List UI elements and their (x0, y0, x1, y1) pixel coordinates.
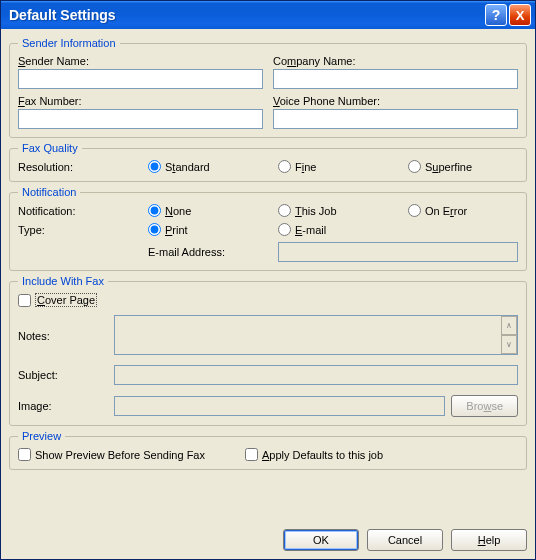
notification-none-label[interactable]: None (165, 205, 191, 217)
notification-thisjob-label[interactable]: This Job (295, 205, 337, 217)
notification-legend: Notification (18, 186, 80, 198)
show-preview-label[interactable]: Show Preview Before Sending Fax (35, 449, 205, 461)
type-label: Type: (18, 224, 148, 236)
dialog-window: Default Settings ? X Sender Information … (0, 0, 536, 560)
cover-page-checkbox[interactable] (18, 294, 31, 307)
notes-scrollbar[interactable]: ∧ ∨ (501, 316, 517, 354)
subject-label: Subject: (18, 369, 108, 381)
type-email-label[interactable]: E-mail (295, 224, 326, 236)
include-legend: Include With Fax (18, 275, 108, 287)
email-address-label: E-mail Address: (148, 246, 278, 258)
resolution-standard-radio[interactable] (148, 160, 161, 173)
notification-group: Notification Notification: None This Job… (9, 186, 527, 271)
image-label: Image: (18, 400, 108, 412)
cancel-button[interactable]: Cancel (367, 529, 443, 551)
notification-none-radio[interactable] (148, 204, 161, 217)
notification-label: Notification: (18, 205, 148, 217)
fax-quality-group: Fax Quality Resolution: Standard Fine Su… (9, 142, 527, 182)
scroll-up-icon[interactable]: ∧ (501, 316, 517, 335)
titlebar: Default Settings ? X (1, 1, 535, 29)
subject-input[interactable] (114, 365, 518, 385)
preview-legend: Preview (18, 430, 65, 442)
scroll-down-icon[interactable]: ∨ (501, 335, 517, 354)
show-preview-checkbox[interactable] (18, 448, 31, 461)
company-name-input[interactable] (273, 69, 518, 89)
image-input[interactable] (114, 396, 445, 416)
resolution-fine-label[interactable]: Fine (295, 161, 316, 173)
window-title: Default Settings (9, 7, 483, 23)
type-print-label[interactable]: Print (165, 224, 188, 236)
preview-group: Preview Show Preview Before Sending Fax … (9, 430, 527, 470)
company-name-label: Company Name: (273, 55, 518, 67)
apply-defaults-label[interactable]: Apply Defaults to this job (262, 449, 383, 461)
voice-phone-label: Voice Phone Number: (273, 95, 518, 107)
notification-thisjob-radio[interactable] (278, 204, 291, 217)
sender-information-group: Sender Information Sender Name: Company … (9, 37, 527, 138)
cover-page-label[interactable]: Cover Page (35, 293, 97, 307)
sender-legend: Sender Information (18, 37, 120, 49)
fax-number-input[interactable] (18, 109, 263, 129)
sender-name-input[interactable] (18, 69, 263, 89)
sender-name-label: Sender Name: (18, 55, 263, 67)
ok-button[interactable]: OK (283, 529, 359, 551)
dialog-footer: OK Cancel Help (1, 523, 535, 559)
notes-textarea[interactable] (114, 315, 518, 355)
help-button[interactable]: Help (451, 529, 527, 551)
fax-number-label: Fax Number: (18, 95, 263, 107)
resolution-label: Resolution: (18, 161, 148, 173)
resolution-fine-radio[interactable] (278, 160, 291, 173)
browse-button[interactable]: Browse (451, 395, 518, 417)
notification-onerror-radio[interactable] (408, 204, 421, 217)
voice-phone-input[interactable] (273, 109, 518, 129)
close-icon[interactable]: X (509, 4, 531, 26)
resolution-superfine-label[interactable]: Superfine (425, 161, 472, 173)
type-email-radio[interactable] (278, 223, 291, 236)
apply-defaults-checkbox[interactable] (245, 448, 258, 461)
help-icon[interactable]: ? (485, 4, 507, 26)
dialog-body: Sender Information Sender Name: Company … (1, 29, 535, 523)
type-print-radio[interactable] (148, 223, 161, 236)
resolution-standard-label[interactable]: Standard (165, 161, 210, 173)
include-with-fax-group: Include With Fax Cover Page Notes: ∧ ∨ S… (9, 275, 527, 426)
resolution-superfine-radio[interactable] (408, 160, 421, 173)
email-address-input[interactable] (278, 242, 518, 262)
notification-onerror-label[interactable]: On Error (425, 205, 467, 217)
fax-quality-legend: Fax Quality (18, 142, 82, 154)
notes-label: Notes: (18, 330, 108, 342)
